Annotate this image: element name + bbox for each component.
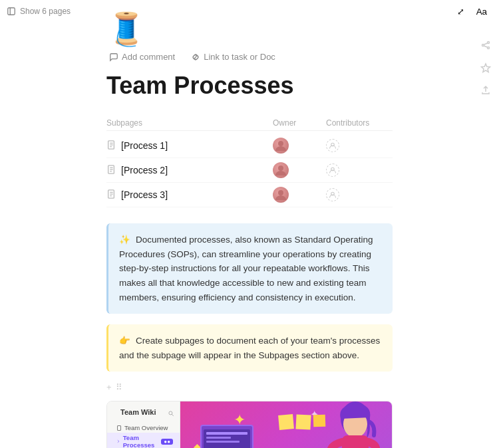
sticky-note (295, 415, 311, 430)
add-comment-button[interactable]: Add comment (106, 51, 178, 63)
avatar (273, 162, 289, 178)
doc-icon (106, 189, 116, 201)
svg-point-18 (278, 166, 283, 171)
link-label: Link to task or Doc (204, 52, 275, 62)
person-illustration (312, 401, 385, 448)
blue-callout-emoji: ✨ (119, 235, 130, 245)
subpage-name: [Process 2] (106, 165, 273, 176)
col-owner: Owner (273, 118, 326, 128)
doc-icon (106, 165, 116, 176)
subpage-name: [Process 1] (106, 140, 273, 152)
laptop-screen (200, 425, 253, 448)
blue-callout-text: Documented processes, also known as Stan… (119, 235, 373, 302)
preview-card: Team Wiki Team Overview Team Processes ●… (106, 401, 393, 448)
yellow-callout: 👉Create subpages to document each of you… (106, 324, 393, 372)
contributors-cell (326, 139, 393, 152)
col-contributors: Contributors (326, 118, 393, 128)
link-icon (191, 53, 200, 62)
sticky-note (278, 414, 294, 430)
svg-line-27 (172, 415, 174, 417)
contributors-cell (326, 188, 393, 201)
svg-point-24 (278, 190, 283, 195)
svg-point-26 (169, 411, 172, 415)
comment-icon (109, 53, 118, 62)
yellow-callout-text: Create subpages to document each of your… (119, 336, 380, 360)
search-icon[interactable] (168, 410, 174, 417)
preview-sidebar-title: Team Wiki (114, 408, 163, 419)
svg-point-12 (278, 141, 283, 146)
preview-sidebar: Team Wiki Team Overview Team Processes ●… (107, 401, 180, 448)
blue-callout: ✨Documented processes, also known as Sta… (106, 223, 393, 314)
add-block-toolbar: + ⠿ (106, 382, 393, 395)
contributor-placeholder (326, 139, 339, 152)
contributors-cell (326, 164, 393, 177)
owner-cell (273, 187, 326, 203)
preview-sidebar-item[interactable]: Team Overview (107, 423, 180, 433)
subpages-table: Subpages Owner Contributors [Process 1] (106, 116, 393, 207)
owner-cell (273, 162, 326, 178)
subpages-table-header: Subpages Owner Contributors (106, 116, 393, 131)
page-toolbar: Add comment Link to task or Doc (106, 51, 393, 63)
main-content: 🧵 Add comment Link to task or Doc Team P… (0, 0, 499, 448)
table-row[interactable]: [Process 2] (106, 158, 393, 183)
drag-handle-icon[interactable]: ⠿ (116, 382, 122, 392)
page-icon: 🧵 (106, 0, 393, 48)
avatar (273, 138, 289, 154)
svg-rect-28 (118, 425, 121, 430)
add-comment-label: Add comment (122, 52, 175, 62)
preview-sidebar-item-active[interactable]: Team Processes ●● (107, 433, 180, 448)
table-row[interactable]: [Process 1] (106, 134, 393, 158)
add-block-icon[interactable]: + (106, 382, 112, 392)
link-button[interactable]: Link to task or Doc (188, 51, 278, 63)
col-subpages: Subpages (106, 118, 273, 128)
subpage-name: [Process 3] (106, 189, 273, 201)
svg-rect-35 (342, 435, 369, 448)
doc-icon (106, 140, 116, 152)
contributor-placeholder (326, 164, 339, 177)
table-row[interactable]: [Process 3] (106, 183, 393, 207)
preview-hero: ✦ ✦ ◆ 🌿 (180, 401, 392, 448)
preview-hero-area: ✦ ✦ ◆ 🌿 (180, 401, 392, 448)
doc-icon (116, 425, 122, 431)
page-title: Team Processes (106, 71, 393, 100)
chevron-icon (116, 439, 120, 444)
contributor-placeholder (326, 188, 339, 201)
avatar (273, 187, 289, 203)
owner-cell (273, 138, 326, 154)
yellow-callout-emoji: 👉 (119, 336, 130, 346)
preview-main-content: ✦ ✦ ◆ 🌿 (180, 401, 392, 448)
